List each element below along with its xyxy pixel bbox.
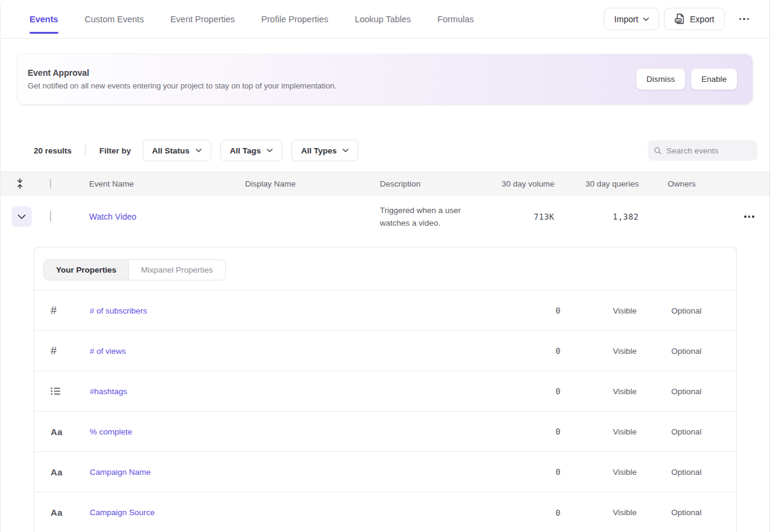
tab-formulas[interactable]: Formulas [438, 0, 474, 38]
property-requirement: Optional [658, 508, 736, 517]
search-icon [654, 146, 662, 155]
import-button[interactable]: Import [604, 8, 659, 30]
property-queries: 0 [494, 386, 560, 396]
description-cell: Triggered when a user watches a video. [380, 204, 494, 229]
property-queries: 0 [494, 467, 560, 477]
filter-by-label: Filter by [99, 146, 131, 155]
property-queries: 0 [494, 306, 560, 315]
property-requirement: Optional [658, 468, 736, 477]
lexicon-tabs: Events Custom Events Event Properties Pr… [29, 0, 474, 38]
property-visibility: Visible [560, 427, 658, 436]
property-visibility: Visible [560, 306, 658, 315]
text-property-icon: Aa [34, 427, 90, 437]
numeric-property-icon: # [34, 345, 90, 357]
property-name-link[interactable]: # of views [90, 347, 494, 356]
chevron-down-icon [196, 149, 202, 152]
property-row: #hashtags 0 Visible Optional [34, 371, 736, 412]
property-requirement: Optional [658, 347, 736, 356]
property-requirement: Optional [658, 387, 736, 396]
column-owners: Owners [639, 179, 734, 188]
banner-subtitle: Get notified on all new events entering … [28, 81, 337, 90]
list-property-icon [34, 386, 90, 396]
dismiss-button[interactable]: Dismiss [636, 69, 685, 90]
status-filter-value: All Status [152, 146, 190, 155]
property-visibility: Visible [560, 468, 658, 477]
more-options-icon[interactable] [734, 12, 754, 26]
top-nav-bar: Events Custom Events Event Properties Pr… [1, 0, 769, 39]
properties-tabs: Your Properties Mixpanel Properties [43, 259, 226, 280]
property-row: Aa % complete 0 Visible Optional [34, 412, 736, 452]
collapse-all-icon[interactable] [16, 178, 24, 190]
tab-profile-properties[interactable]: Profile Properties [261, 0, 328, 38]
event-properties-panel: Your Properties Mixpanel Properties # # … [34, 247, 737, 532]
row-checkbox[interactable] [50, 211, 51, 222]
filter-toolbar: 20 results Filter by All Status All Tags… [1, 140, 769, 161]
search-input[interactable] [666, 146, 751, 155]
tab-lookup-tables[interactable]: Lookup Tables [355, 0, 411, 38]
import-button-label: Import [614, 14, 638, 24]
tab-events[interactable]: Events [29, 0, 58, 38]
search-box [648, 140, 757, 161]
tags-filter-dropdown[interactable]: All Tags [220, 140, 283, 161]
types-filter-dropdown[interactable]: All Types [291, 140, 358, 161]
tab-event-properties[interactable]: Event Properties [170, 0, 235, 38]
types-filter-value: All Types [301, 146, 337, 155]
export-button[interactable]: csv Export [664, 8, 724, 30]
property-queries: 0 [494, 346, 560, 356]
property-row: # # of subscribers 0 Visible Optional [34, 291, 736, 331]
property-visibility: Visible [560, 508, 658, 517]
property-name-link[interactable]: Campaign Source [90, 508, 494, 517]
select-all-checkbox[interactable] [50, 179, 51, 189]
event-row: Watch Video Triggered when a user watche… [1, 196, 769, 238]
banner-title: Event Approval [28, 68, 337, 78]
results-count: 20 results [34, 146, 72, 155]
property-queries: 0 [494, 427, 560, 436]
column-volume: 30 day volume [494, 179, 554, 188]
property-queries: 0 [494, 508, 560, 518]
chevron-down-icon [343, 149, 349, 152]
status-filter-dropdown[interactable]: All Status [143, 140, 211, 161]
chevron-down-icon [267, 149, 273, 152]
divider [85, 144, 85, 157]
property-row: Aa Campaign Name 0 Visible Optional [34, 452, 736, 492]
event-name-link[interactable]: Watch Video [89, 212, 137, 221]
export-button-label: Export [690, 14, 714, 24]
volume-cell: 713K [494, 212, 554, 221]
collapse-row-button[interactable] [11, 206, 32, 227]
tags-filter-value: All Tags [230, 146, 261, 155]
numeric-property-icon: # [34, 305, 90, 317]
column-queries: 30 day queries [554, 179, 639, 188]
property-requirement: Optional [658, 427, 736, 436]
property-row: Aa Campaign Source 0 Visible Optional [34, 492, 736, 532]
svg-text:csv: csv [676, 19, 681, 22]
tab-mixpanel-properties[interactable]: Mixpanel Properties [129, 260, 225, 280]
text-property-icon: Aa [34, 507, 90, 518]
column-display-name: Display Name [245, 179, 380, 188]
property-visibility: Visible [560, 347, 658, 356]
enable-button[interactable]: Enable [691, 69, 737, 90]
row-actions-icon[interactable] [739, 209, 759, 224]
chevron-down-icon [17, 214, 26, 220]
property-name-link[interactable]: # of subscribers [90, 306, 494, 315]
column-description: Description [380, 179, 494, 188]
property-name-link[interactable]: Campaign Name [90, 468, 494, 477]
events-table-header: Event Name Display Name Description 30 d… [1, 172, 769, 196]
property-visibility: Visible [560, 387, 658, 396]
property-name-link[interactable]: % complete [90, 427, 494, 436]
csv-file-icon: csv [674, 13, 685, 25]
property-name-link[interactable]: #hashtags [90, 387, 494, 396]
property-requirement: Optional [658, 306, 736, 315]
chevron-down-icon [643, 17, 649, 21]
property-row: # # of views 0 Visible Optional [34, 331, 736, 371]
event-approval-banner: Event Approval Get notified on all new e… [17, 54, 753, 104]
column-event-name: Event Name [78, 179, 245, 188]
tab-custom-events[interactable]: Custom Events [85, 0, 144, 38]
text-property-icon: Aa [34, 467, 90, 477]
queries-cell: 1,382 [554, 212, 639, 221]
tab-your-properties[interactable]: Your Properties [44, 260, 129, 280]
